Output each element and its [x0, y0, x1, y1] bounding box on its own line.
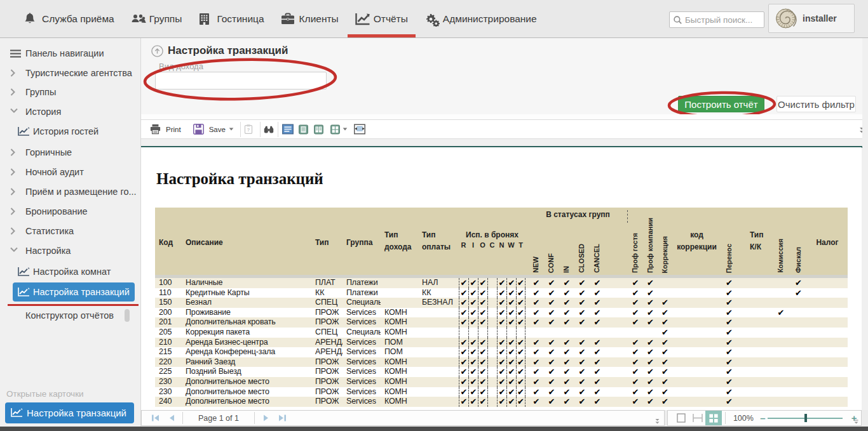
cell-commission	[772, 317, 790, 328]
sidebar-item-transaction-settings[interactable]: Настройка транзакций	[13, 282, 135, 302]
open-card-transaction-settings[interactable]: Настройка транзакций	[5, 402, 134, 423]
view-multi-page-button[interactable]	[330, 124, 348, 135]
sidebar-item-room-settings[interactable]: Настройка комнат	[0, 262, 140, 281]
sidebar-item-booking[interactable]: Бронирование	[0, 202, 140, 221]
cell-kk_type	[737, 308, 772, 318]
table-row[interactable]: 201Дополнительная кроватьПРОЖServicesКОМ…	[155, 317, 848, 328]
view-single-page-button[interactable]	[299, 124, 308, 135]
zoom-slider-handle[interactable]	[804, 414, 807, 422]
nav-tab-reports[interactable]: Отчёты	[348, 0, 416, 37]
view-facing-pages-button[interactable]	[314, 124, 323, 135]
nav-tab-hotel[interactable]: Гостиница	[191, 0, 271, 37]
build-report-button[interactable]: Построить отчёт	[678, 96, 764, 112]
sidebar-item-report-builder[interactable]: Конструктор отчётов	[0, 306, 140, 325]
print-button[interactable]: Print	[150, 124, 181, 135]
view-whole-page-button[interactable]	[282, 124, 294, 135]
cell-group: Services	[342, 357, 381, 368]
search-input[interactable]	[685, 15, 758, 25]
sidebar-item-guest-history[interactable]: История гостей	[0, 122, 140, 141]
cell-bookings-R: ✔	[459, 397, 468, 407]
table-row[interactable]: 205Коррекция пакетаСПЕЦСпециальныеКОМН✔✔	[155, 328, 848, 338]
next-page-button[interactable]	[257, 411, 274, 425]
cell-bookings-I: ✔	[468, 288, 478, 298]
sidebar-item-groups[interactable]: Группы	[0, 83, 140, 102]
cell-bookings-N: ✔	[497, 298, 506, 308]
table-row[interactable]: 100НаличныеПЛАТПлатежиНАЛ✔✔✔✔✔✔✔✔✔✔✔✔✔✔✔	[155, 278, 848, 288]
sidebar-item-night-audit[interactable]: Ночной аудит	[0, 162, 140, 182]
first-page-button[interactable]	[147, 411, 163, 425]
one-page-icon[interactable]	[673, 411, 689, 425]
circle-up-icon[interactable]	[151, 45, 163, 57]
sidebar-scrollbar-thumb[interactable]	[125, 309, 130, 322]
income-type-input[interactable]	[155, 72, 327, 90]
cell-transfer: ✔	[721, 328, 737, 338]
cell-status-new: ✔	[529, 347, 544, 357]
cell-correction	[658, 278, 672, 288]
clear-filter-button[interactable]: Очистить фильтр	[776, 96, 856, 112]
view-multi-page-icon	[330, 124, 340, 135]
table-row[interactable]: 150БезналСПЕЦСпециальныеБЕЗНАЛ✔✔✔✔✔✔✔✔✔✔…	[155, 298, 848, 308]
zoom-overflow-icon[interactable]	[853, 420, 859, 425]
table-row[interactable]: 210Аренда Бизнес-центраАРЕНДАServicesПОМ…	[155, 338, 848, 348]
nav-tab-reception[interactable]: Служба приёма	[16, 0, 122, 37]
table-row[interactable]: 230Дополнительное местоПРОЖServicesКОМН✔…	[155, 377, 848, 387]
cell-bookings-W: ✔	[506, 367, 516, 377]
cell-spacer	[605, 338, 628, 348]
sidebar-item-history[interactable]: История	[0, 102, 140, 121]
table-row[interactable]: 220Ранний ЗаездПРОЖServicesКОМН✔✔✔✔✔✔✔✔✔…	[155, 357, 848, 368]
table-row[interactable]: 200ПроживаниеПРОЖServicesКОМН✔✔✔✔✔✔✔✔✔✔✔…	[155, 308, 848, 318]
cell-spacer	[605, 278, 628, 288]
zoom-out-button[interactable]: –	[758, 413, 768, 423]
nav-tab-clients[interactable]: Клиенты	[273, 0, 346, 37]
cell-group: Services	[342, 367, 381, 377]
report-filter-panel: Настройка транзакций Вид дохода Построит…	[141, 38, 868, 114]
sidebar-item-settings[interactable]: Настройка	[0, 241, 140, 260]
nav-tab-administration[interactable]: Администрирование	[417, 0, 545, 37]
cell-spacer	[605, 367, 628, 377]
table-row[interactable]: 240Дополнительное местоПРОЖServicesКОМН✔…	[155, 397, 848, 407]
table-row[interactable]: 225Поздний ВыездПРОЖServicesКОМН✔✔✔✔✔✔✔✔…	[155, 367, 848, 377]
cell-bookings-I: ✔	[468, 387, 478, 397]
prev-page-button[interactable]	[163, 411, 180, 425]
save-button[interactable]: Save	[193, 124, 234, 135]
report-chart-icon	[17, 126, 30, 137]
cell-corr_code	[672, 308, 721, 318]
cell-tax	[807, 377, 848, 387]
last-page-button[interactable]	[274, 411, 290, 425]
sidebar-item-nav-panel[interactable]: Панель навигации	[0, 44, 140, 63]
user-menu[interactable]: installer	[768, 4, 855, 33]
cell-status-closed: ✔	[574, 357, 590, 368]
page-width-button[interactable]	[354, 124, 365, 135]
sidebar-item-statistics[interactable]: Статистика	[0, 222, 140, 241]
sidebar-item-checkin[interactable]: Приём и размещение го...	[0, 182, 140, 201]
cell-transfer: ✔	[721, 377, 737, 387]
sidebar-item-travel-agencies[interactable]: Туристические агентства	[0, 63, 140, 83]
cell-pay	[418, 328, 459, 338]
cell-desc: Наличные	[182, 278, 311, 288]
cell-bookings-T: ✔	[516, 308, 526, 318]
cell-status-closed: ✔	[574, 308, 590, 318]
fit-width-icon[interactable]	[689, 411, 706, 425]
table-row[interactable]: 215Аренда Конференц-залаАРЕНДАServicesПО…	[155, 347, 848, 357]
svg-text:?: ?	[247, 127, 250, 133]
pagination-overflow-icon[interactable]	[654, 418, 660, 425]
find-button[interactable]	[264, 125, 274, 134]
cell-desc: Кредитные Карты	[182, 288, 311, 298]
nav-tab-groups[interactable]: Группы	[123, 0, 190, 37]
sidebar-item-housekeeping[interactable]: Горничные	[0, 143, 140, 162]
table-row[interactable]: 230Дополнительное местоПРОЖServicesКОМН✔…	[155, 387, 848, 397]
cell-corr_code	[672, 317, 721, 328]
table-row[interactable]: 110Кредитные КартыККПлатежиКК✔✔✔✔✔✔✔✔✔✔✔…	[155, 288, 848, 298]
view-mode-caret-icon[interactable]	[342, 128, 348, 131]
cell-kk_type	[737, 288, 772, 298]
cell-company	[643, 328, 658, 338]
cell-status-cancel: ✔	[590, 288, 605, 298]
cell-transfer: ✔	[721, 317, 737, 328]
open-card-label: Настройка транзакций	[27, 408, 126, 418]
multi-page-grid-icon[interactable]	[705, 411, 722, 425]
zoom-slider[interactable]	[768, 411, 842, 425]
pagination-separator	[182, 412, 183, 424]
col-header-status-new: NEW	[532, 256, 541, 273]
save-dropdown-caret-icon[interactable]	[229, 128, 234, 131]
cell-type: СПЕЦ	[311, 298, 342, 308]
